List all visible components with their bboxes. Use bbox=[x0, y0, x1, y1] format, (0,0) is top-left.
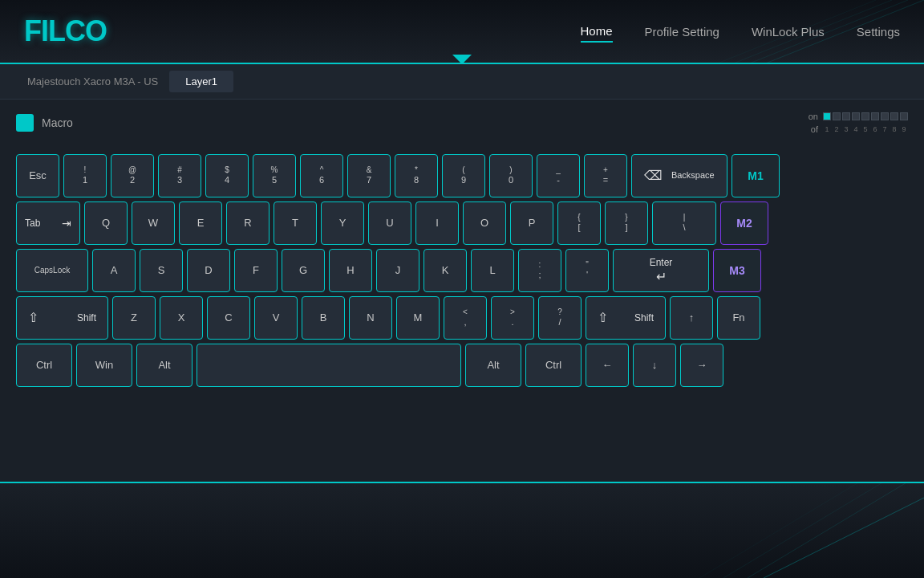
key-J[interactable]: J bbox=[376, 249, 419, 292]
key-0[interactable]: )0 bbox=[489, 154, 533, 197]
key-Win[interactable]: Win bbox=[76, 344, 132, 387]
key-U[interactable]: U bbox=[368, 201, 411, 245]
key-CapsLock[interactable]: CapsLock bbox=[16, 249, 88, 292]
key-O[interactable]: O bbox=[463, 201, 506, 245]
macro-indicator: Macro bbox=[16, 114, 73, 132]
key--[interactable]: >. bbox=[491, 296, 534, 340]
key-Backspace[interactable]: ⌫Backspace bbox=[631, 154, 727, 197]
nav-settings[interactable]: Settings bbox=[857, 22, 900, 42]
indicator-dot-4[interactable] bbox=[852, 112, 860, 120]
indicator-num-4: 4 bbox=[852, 125, 860, 133]
key-Alt[interactable]: Alt bbox=[465, 344, 521, 387]
nav-profile-setting[interactable]: Profile Setting bbox=[645, 22, 719, 42]
indicator-dot-8[interactable] bbox=[890, 112, 898, 120]
key-E[interactable]: E bbox=[179, 201, 222, 245]
key-2[interactable]: @2 bbox=[111, 154, 154, 197]
key-Fn[interactable]: Fn bbox=[717, 296, 760, 340]
key-Z[interactable]: Z bbox=[112, 296, 156, 340]
key-B[interactable]: B bbox=[302, 296, 345, 340]
svg-line-7 bbox=[699, 482, 860, 578]
key-I[interactable]: I bbox=[415, 201, 459, 245]
key-4[interactable]: $4 bbox=[205, 154, 249, 197]
indicator-numbers: 123456789 bbox=[823, 125, 908, 133]
key-H[interactable]: H bbox=[329, 249, 372, 292]
key-space[interactable] bbox=[197, 344, 461, 387]
key-D[interactable]: D bbox=[187, 249, 230, 292]
key-Ctrl[interactable]: Ctrl bbox=[525, 344, 582, 387]
indicator-num-2: 2 bbox=[833, 125, 841, 133]
key-row-3: ⇧ShiftZXCVBNM<,>.?/⇧Shift↑Fn bbox=[16, 296, 908, 340]
indicator-dot-1[interactable] bbox=[823, 112, 831, 120]
key-M1[interactable]: M1 bbox=[732, 154, 780, 197]
key-Esc[interactable]: Esc bbox=[16, 154, 59, 197]
key-S[interactable]: S bbox=[140, 249, 183, 292]
key-6[interactable]: ^6 bbox=[300, 154, 343, 197]
nav-home[interactable]: Home bbox=[581, 21, 613, 43]
key--[interactable]: ↓ bbox=[633, 344, 676, 387]
key--[interactable]: }] bbox=[605, 201, 648, 245]
key-Y[interactable]: Y bbox=[321, 201, 364, 245]
indicator-num-3: 3 bbox=[842, 125, 850, 133]
layer-tab[interactable]: Layer1 bbox=[169, 71, 233, 92]
key--[interactable]: :; bbox=[518, 249, 561, 292]
svg-line-4 bbox=[764, 498, 924, 578]
key-3[interactable]: #3 bbox=[158, 154, 201, 197]
key-Alt[interactable]: Alt bbox=[136, 344, 192, 387]
macro-dot bbox=[16, 114, 34, 132]
key-1[interactable]: !1 bbox=[63, 154, 107, 197]
main-content: Macro on of 123456789 Esc!1@2#3$4%5^6&7*… bbox=[0, 100, 924, 407]
key-P[interactable]: P bbox=[510, 201, 553, 245]
key-8[interactable]: *8 bbox=[395, 154, 438, 197]
key--[interactable]: "' bbox=[565, 249, 609, 292]
key--[interactable]: Tab⇥ bbox=[16, 201, 80, 245]
key--[interactable]: |\ bbox=[652, 201, 716, 245]
key-X[interactable]: X bbox=[160, 296, 203, 340]
key-Ctrl[interactable]: Ctrl bbox=[16, 344, 72, 387]
key--[interactable]: → bbox=[680, 344, 723, 387]
key-C[interactable]: C bbox=[207, 296, 250, 340]
indicator-dot-5[interactable] bbox=[861, 112, 869, 120]
key-F[interactable]: F bbox=[234, 249, 278, 292]
key-Shift[interactable]: ⇧Shift bbox=[586, 296, 666, 340]
key-Shift[interactable]: ⇧Shift bbox=[16, 296, 108, 340]
key-7[interactable]: &7 bbox=[347, 154, 391, 197]
key--[interactable]: += bbox=[584, 154, 627, 197]
key-L[interactable]: L bbox=[471, 249, 514, 292]
key-M3[interactable]: M3 bbox=[713, 249, 761, 292]
key--[interactable]: {[ bbox=[557, 201, 601, 245]
indicator-num-5: 5 bbox=[861, 125, 869, 133]
key-A[interactable]: A bbox=[92, 249, 136, 292]
bottom-decoration bbox=[0, 482, 924, 578]
indicator-dot-3[interactable] bbox=[842, 112, 850, 120]
indicator-dot-7[interactable] bbox=[881, 112, 889, 120]
key-5[interactable]: %5 bbox=[253, 154, 296, 197]
key--[interactable]: <, bbox=[444, 296, 487, 340]
key--[interactable]: ?/ bbox=[538, 296, 582, 340]
indicator-num-1: 1 bbox=[823, 125, 831, 133]
indicator-num-8: 8 bbox=[890, 125, 898, 133]
key--[interactable]: _- bbox=[537, 154, 580, 197]
indicator-dot-6[interactable] bbox=[871, 112, 879, 120]
device-label: Majestouch Xacro M3A - US bbox=[16, 71, 169, 92]
key--[interactable]: Enter↵ bbox=[613, 249, 709, 292]
key-T[interactable]: T bbox=[274, 201, 317, 245]
key-K[interactable]: K bbox=[424, 249, 467, 292]
key--[interactable]: ← bbox=[586, 344, 629, 387]
key-N[interactable]: N bbox=[349, 296, 392, 340]
indicator-dot-9[interactable] bbox=[900, 112, 908, 120]
key-M[interactable]: M bbox=[396, 296, 440, 340]
key-Q[interactable]: Q bbox=[84, 201, 128, 245]
nav-winlock-plus[interactable]: WinLock Plus bbox=[752, 22, 825, 42]
key-M2[interactable]: M2 bbox=[720, 201, 768, 245]
keyboard: Esc!1@2#3$4%5^6&7*8(9)0_-+=⌫BackspaceM1T… bbox=[16, 146, 908, 395]
indicator-of-row: of 123456789 bbox=[811, 124, 908, 134]
key-R[interactable]: R bbox=[226, 201, 270, 245]
key-W[interactable]: W bbox=[132, 201, 175, 245]
macro-row: Macro on of 123456789 bbox=[16, 112, 908, 134]
key-9[interactable]: (9 bbox=[442, 154, 485, 197]
indicator-dot-2[interactable] bbox=[833, 112, 841, 120]
key-V[interactable]: V bbox=[254, 296, 298, 340]
subheader: Majestouch Xacro M3A - US Layer1 bbox=[0, 64, 924, 100]
key-G[interactable]: G bbox=[282, 249, 325, 292]
key--[interactable]: ↑ bbox=[670, 296, 713, 340]
